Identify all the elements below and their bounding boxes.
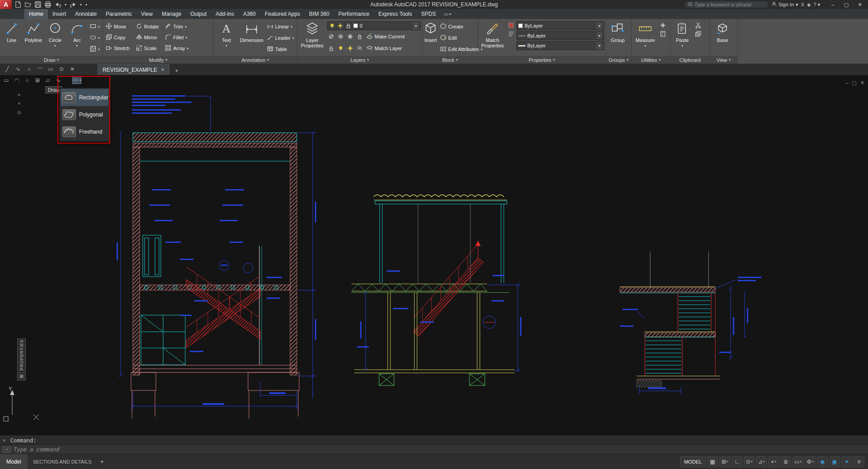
drawing-tab[interactable]: REVISION_EXAMPLE ✕ [98, 64, 169, 75]
lineweight-icon[interactable]: ≣ [780, 456, 791, 467]
utilities-panel-footer[interactable]: Utilities▾ [632, 56, 670, 64]
toolbar-close-icon[interactable]: ✕ [68, 65, 77, 73]
toolbar-spline2-icon[interactable]: ∿ [54, 76, 63, 84]
drawing-tab-close-icon[interactable]: ✕ [161, 67, 164, 72]
stretch-button[interactable]: Stretch [104, 43, 131, 54]
toolbar-circle-icon[interactable]: ○ [24, 65, 33, 73]
help-icon[interactable]: ?▾ [813, 2, 820, 8]
tab-manage[interactable]: Manage [157, 9, 186, 19]
plot-icon[interactable] [43, 0, 52, 9]
autocad-app-button[interactable]: A [0, 0, 12, 9]
tab-output[interactable]: Output [186, 9, 211, 19]
leader-button[interactable]: Leader▾ [266, 33, 296, 43]
tab-insert[interactable]: Insert [48, 9, 70, 19]
layers-panel-footer[interactable]: Layers▾ [297, 56, 422, 64]
tab-annotate[interactable]: Annotate [70, 9, 101, 19]
graphics-performance-icon[interactable]: ▣ [829, 456, 840, 467]
clean-screen-icon[interactable]: ✦ [841, 456, 852, 467]
stay-connected-icon[interactable]: ◈ [807, 2, 811, 8]
toolbar-spline-icon[interactable]: ∿ [14, 65, 23, 73]
toolbar-rectangle-icon[interactable]: ▭ [46, 65, 55, 73]
grid-icon[interactable]: ▦ [707, 456, 718, 467]
linear-dropdown-icon[interactable]: ▾ [291, 25, 292, 29]
group-button[interactable]: Group [607, 20, 628, 55]
object-color-icon[interactable] [507, 21, 515, 29]
open-file-icon[interactable] [23, 0, 33, 9]
dimension-button[interactable]: Dimension [239, 20, 264, 55]
minimize-icon[interactable]: – [826, 0, 839, 9]
cut-icon[interactable] [694, 21, 702, 29]
layer-unlock-icon[interactable] [327, 44, 335, 52]
list-properties-icon[interactable] [507, 30, 515, 38]
command-input[interactable] [14, 446, 865, 453]
quick-calc-icon[interactable] [659, 30, 667, 38]
arc-button[interactable]: Arc ▾ [67, 20, 87, 55]
dock-pin-icon[interactable]: ⊙ [17, 110, 21, 115]
new-file-icon[interactable] [14, 0, 23, 9]
draw-panel-footer[interactable]: Draw▾ [0, 56, 103, 64]
toolbar-line-icon[interactable]: ╱ [3, 65, 12, 73]
layout-tab-sections-and-details[interactable]: SECTIONS AND DETAILS [28, 454, 97, 469]
insert-button[interactable]: Insert [424, 20, 437, 55]
layer-dropdown[interactable]: 0 ▾ [327, 21, 421, 30]
tab-home[interactable]: Home [24, 9, 48, 19]
command-close-icon[interactable]: ✕ [3, 437, 6, 443]
lineweight-dropdown-caret-icon[interactable]: ▾ [596, 42, 602, 49]
fillet-button[interactable]: Fillet▾ [164, 32, 190, 43]
help-search[interactable] [685, 1, 769, 8]
exchange-apps-icon[interactable]: X [801, 2, 804, 7]
properties-panel-footer[interactable]: Properties▾ [478, 56, 605, 64]
layer-on-tool-icon[interactable] [337, 44, 345, 52]
undo-dropdown-icon[interactable]: ▾ [63, 3, 68, 7]
table-button[interactable]: Table [266, 44, 296, 55]
tab-featured-apps[interactable]: Featured Apps [260, 9, 305, 19]
flyout-item-polygonal[interactable]: Polygonal [61, 106, 108, 123]
object-snap-icon[interactable]: ⌖▾ [768, 456, 779, 467]
redo-dropdown-icon[interactable]: ▾ [79, 3, 83, 7]
array-button[interactable]: Array▾ [164, 43, 190, 54]
flyout-item-freehand[interactable]: Freehand [61, 123, 108, 140]
paste-button[interactable]: Paste ▾ [672, 20, 693, 55]
trim-dropdown-icon[interactable]: ▾ [185, 25, 187, 29]
line-button[interactable]: Line [1, 20, 22, 55]
toolbar-rect-icon[interactable]: ▭ [2, 76, 11, 84]
snap-icon[interactable]: ⊞▾ [719, 456, 730, 467]
sign-in-button[interactable]: Sign In ▾ [771, 1, 798, 8]
color-dropdown-caret-icon[interactable]: ▾ [596, 22, 602, 29]
rectangle-tool-button[interactable]: ▾ [89, 21, 101, 32]
selection-cycling-icon[interactable]: ▭▾ [793, 456, 803, 467]
model-tab[interactable]: Model [0, 454, 28, 469]
fillet-dropdown-icon[interactable]: ▾ [186, 36, 188, 40]
tab-spds[interactable]: SPDS [417, 9, 441, 19]
search-input[interactable] [694, 2, 765, 7]
layer-dropdown-caret-icon[interactable]: ▾ [413, 22, 419, 29]
view-panel-footer[interactable]: View▾ [710, 56, 737, 64]
polar-tracking-icon[interactable]: ⊙▾ [744, 456, 755, 467]
block-panel-footer[interactable]: Block▾ [422, 56, 478, 64]
dock-chevron-icon[interactable]: » [17, 93, 22, 97]
groups-panel-footer[interactable]: Groups▾ [606, 56, 631, 64]
linear-button[interactable]: Linear▾ [266, 21, 296, 32]
tab-bim360[interactable]: BIM 360 [305, 9, 334, 19]
isolate-objects-icon[interactable]: ◉ [817, 456, 828, 467]
tab-express-tools[interactable]: Express Tools [374, 9, 416, 19]
color-dropdown[interactable]: ByLayer▾ [516, 21, 604, 30]
recent-commands-icon[interactable]: ▾ [3, 446, 11, 453]
toolbar-point-icon[interactable]: ⊙ [57, 65, 66, 73]
properties-palette-tab[interactable]: PROPERTIES [17, 339, 26, 371]
text-dropdown-icon[interactable]: ▾ [225, 44, 227, 48]
restore-icon[interactable]: ▢ [840, 0, 853, 9]
copy-button[interactable]: Copy [104, 32, 131, 43]
text-button[interactable]: A Text ▾ [215, 20, 238, 55]
base-button[interactable]: Base [711, 20, 734, 55]
redo-icon[interactable] [69, 0, 78, 9]
drawing-restore-icon[interactable]: ▢ [852, 80, 856, 86]
save-icon[interactable] [33, 0, 42, 9]
tab-parametric[interactable]: Parametric [101, 9, 136, 19]
circle-button[interactable]: Circle ▾ [45, 20, 66, 55]
layer-freeze-tool-icon[interactable] [346, 33, 354, 41]
layer-lock-tool-icon[interactable] [356, 33, 364, 41]
layer-properties-button[interactable]: Layer Properties [299, 20, 326, 55]
layer-off-tool-icon[interactable] [327, 33, 335, 41]
flyout-item-rectangular[interactable]: Rectangular [61, 89, 108, 106]
